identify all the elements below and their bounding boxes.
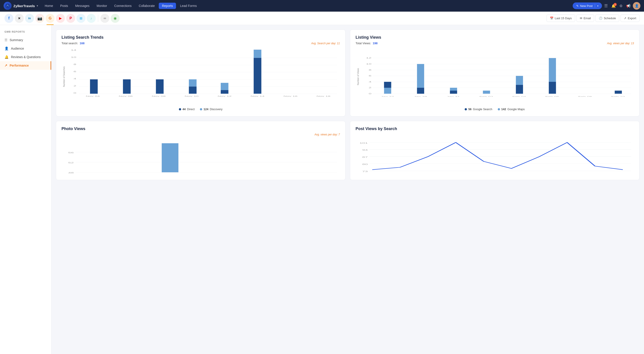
photo-views-title: Photo Views: [62, 126, 340, 131]
svg-text:6: 6: [369, 75, 372, 77]
legend-google-search: 56 Google Search: [465, 107, 492, 111]
svg-text:Feb 06: Feb 06: [545, 96, 559, 97]
nav-item-home[interactable]: Home: [42, 3, 56, 9]
nav-item-connections[interactable]: Connections: [111, 3, 135, 9]
sidebar-section-label: GMB REPORTS: [0, 29, 51, 36]
platform-tiktok[interactable]: ♪: [87, 14, 96, 23]
post-views-chart: 73 80 87 94 101: [356, 133, 634, 173]
notification-button[interactable]: 🔔 2: [610, 2, 617, 9]
main-layout: GMB REPORTS ☰ Summary 👤 Audience 🔔 Revie…: [0, 25, 644, 354]
svg-text:2: 2: [74, 85, 76, 87]
svg-text:0: 0: [369, 93, 372, 95]
email-button[interactable]: ✉ Email: [576, 14, 594, 22]
svg-text:8: 8: [74, 63, 76, 65]
nav-item-reports[interactable]: Reports: [159, 3, 176, 9]
legend-discovery: 124 Discovery: [200, 107, 222, 111]
edit-icon: ✎: [576, 4, 579, 7]
sidebar-item-summary[interactable]: ☰ Summary: [0, 36, 51, 44]
svg-text:Jan 29: Jan 29: [414, 96, 427, 97]
listing-views-y-label: Number of Views: [356, 48, 359, 106]
nav-item-messages[interactable]: Messages: [72, 3, 92, 9]
new-post-button[interactable]: ✎ New Post ▾: [573, 2, 602, 9]
photo-views-card: Photo Views Avg. views per day: 7 48 52 …: [56, 121, 346, 180]
platform-link1[interactable]: ∞: [100, 14, 109, 23]
svg-text:6: 6: [74, 71, 76, 73]
svg-rect-18: [189, 86, 196, 94]
platform-youtube[interactable]: ▶: [56, 14, 65, 23]
svg-text:87: 87: [362, 156, 368, 158]
post-views-card: Post Views by Search 73 80 87 94 101: [350, 121, 640, 180]
schedule-label: Schedule: [604, 16, 616, 20]
sidebar-item-performance[interactable]: ↗ Performance: [0, 61, 51, 70]
email-label: Email: [584, 16, 591, 20]
legend-gm-dot: [498, 108, 500, 110]
audience-label: Audience: [11, 47, 24, 50]
svg-text:Nov 18: Nov 18: [316, 95, 330, 97]
svg-text:Nov 10: Nov 10: [185, 95, 198, 97]
export-button[interactable]: ↗ Export: [620, 14, 640, 22]
platform-instagram[interactable]: 📷: [35, 14, 44, 23]
svg-text:94: 94: [362, 149, 368, 151]
platform-ms[interactable]: ⊞: [76, 14, 86, 23]
svg-rect-52: [483, 91, 490, 94]
nav-item-posts[interactable]: Posts: [57, 3, 71, 9]
platform-link2[interactable]: ◉: [111, 14, 120, 23]
svg-text:Nov 16: Nov 16: [284, 95, 298, 97]
audience-icon: 👤: [4, 46, 9, 50]
svg-text:10: 10: [366, 63, 372, 65]
top-nav: ZylkerTravels ▾ Home Posts Messages Moni…: [0, 0, 644, 12]
svg-rect-57: [615, 91, 622, 94]
export-label: Export: [628, 16, 636, 20]
settings-button[interactable]: ⚙: [618, 2, 624, 9]
svg-text:12: 12: [366, 57, 372, 59]
svg-rect-72: [162, 143, 178, 172]
listing-search-total: Total search: 168: [62, 41, 84, 45]
platform-gmb[interactable]: G: [46, 14, 54, 23]
svg-rect-56: [549, 82, 556, 94]
svg-text:14: 14: [71, 49, 76, 51]
platform-twitter[interactable]: ✕: [15, 14, 24, 23]
brand[interactable]: ZylkerTravels ▾: [4, 2, 38, 10]
listing-views-chart-wrapper: Number of Views: [356, 48, 634, 106]
svg-rect-20: [221, 90, 228, 94]
platform-pinterest[interactable]: P: [66, 14, 75, 23]
clock-icon: 🕐: [599, 16, 602, 20]
avatar[interactable]: 👤: [633, 2, 640, 9]
date-range-button[interactable]: 📅 Last 15 Days: [546, 14, 575, 22]
megaphone-button[interactable]: 📢: [625, 2, 632, 9]
photo-views-avg: Avg. views per day: 7: [314, 133, 340, 136]
brand-logo: [4, 2, 12, 10]
performance-label: Performance: [10, 64, 29, 67]
top-card-row: Listing Search Trends Total search: 168 …: [56, 29, 640, 116]
svg-rect-15: [90, 79, 98, 94]
platform-bar: f ✕ in 📷 G ▶ P ⊞ ♪ ∞ ◉ 📅 Last 15 Days ✉ …: [0, 12, 644, 25]
photo-views-chart-wrapper: 48 52 56: [62, 139, 340, 175]
listing-search-meta: Total search: 168 Avg. Search per day: 1…: [62, 41, 340, 45]
menu-icon-button[interactable]: ☰: [603, 2, 609, 9]
svg-text:Feb 10: Feb 10: [611, 96, 625, 97]
photo-views-chart-area: 48 52 56: [62, 139, 340, 175]
date-range-label: Last 15 Days: [555, 16, 572, 20]
schedule-button[interactable]: 🕐 Schedule: [596, 14, 619, 22]
svg-rect-51: [450, 91, 457, 94]
email-icon: ✉: [580, 16, 582, 20]
svg-text:8: 8: [369, 69, 372, 71]
sidebar-item-audience[interactable]: 👤 Audience: [0, 44, 51, 53]
svg-rect-23: [254, 50, 261, 58]
photo-views-meta: Avg. views per day: 7: [62, 133, 340, 136]
nav-item-monitor[interactable]: Monitor: [94, 3, 110, 9]
nav-item-collaborate[interactable]: Collaborate: [136, 3, 158, 9]
platform-facebook[interactable]: f: [4, 14, 14, 23]
listing-search-chart: 0 2 4 6 8 10 14: [65, 48, 340, 97]
legend-gs-dot: [465, 108, 467, 110]
sidebar-item-reviews[interactable]: 🔔 Reviews & Questions: [0, 53, 51, 61]
svg-rect-21: [221, 83, 228, 90]
svg-text:48: 48: [68, 172, 74, 174]
chevron-down-icon: ▾: [597, 5, 598, 7]
listing-views-avg: Avg. views per day: 13: [607, 42, 634, 45]
svg-point-0: [5, 3, 10, 8]
nav-item-lead-forms[interactable]: Lead Forms: [177, 3, 200, 9]
svg-text:Nov 14: Nov 14: [251, 95, 264, 97]
listing-search-chart-wrapper: Number of Searches 0 2 4 6 8 10 14: [62, 48, 340, 106]
platform-linkedin[interactable]: in: [25, 14, 34, 23]
